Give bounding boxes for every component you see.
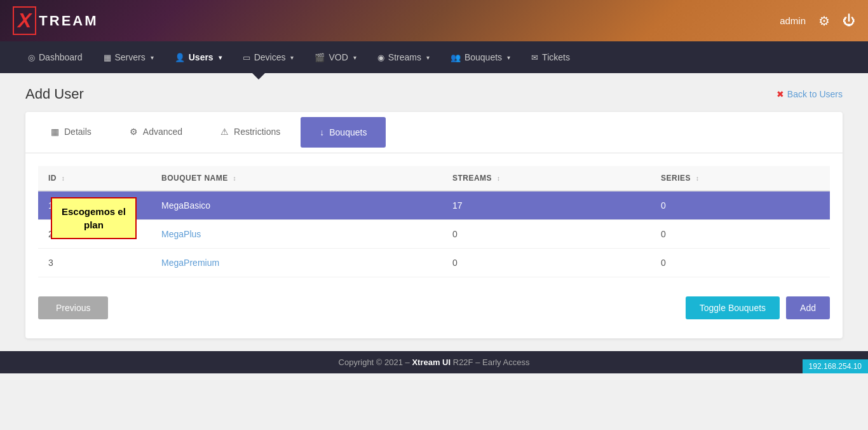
bouquet-name-link[interactable]: MegaPremium xyxy=(161,258,219,268)
sort-icon-name: ↕ xyxy=(233,175,237,182)
back-label: Back to Users xyxy=(787,89,843,99)
power-icon[interactable]: ⏻ xyxy=(843,13,855,28)
tab-details-label: Details xyxy=(64,127,92,137)
tab-bouquets-label: Bouquets xyxy=(329,127,367,137)
cell-name: MegaBasico xyxy=(151,191,442,220)
restrictions-icon: ⚠ xyxy=(220,127,229,137)
nav-item-streams[interactable]: ◉ Streams ▾ xyxy=(369,47,438,67)
close-icon: ✖ xyxy=(776,89,784,99)
footer-version: R22F – Early Access xyxy=(453,357,530,367)
nav-label-tickets: Tickets xyxy=(542,52,570,62)
table-header-row: ID ↕ BOUQUET NAME ↕ STREAMS ↕ SERIES ↕ xyxy=(38,166,830,191)
users-dropdown-arrow xyxy=(252,73,265,80)
right-action-buttons: Toggle Bouquets Add xyxy=(686,296,830,319)
tab-restrictions[interactable]: ⚠ Restrictions xyxy=(201,112,299,153)
bouquets-table: ID ↕ BOUQUET NAME ↕ STREAMS ↕ SERIES ↕ xyxy=(38,166,830,277)
sort-icon-streams: ↕ xyxy=(497,175,501,182)
admin-label: admin xyxy=(780,15,806,26)
tickets-icon: ✉ xyxy=(531,53,538,62)
nav-item-devices[interactable]: ▭ Devices ▾ xyxy=(234,47,303,67)
cell-streams: 0 xyxy=(442,220,651,249)
header: X TREAM admin ⚙ ⏻ xyxy=(0,0,868,41)
advanced-icon: ⚙ xyxy=(130,127,138,137)
nav-label-dashboard: Dashboard xyxy=(39,52,83,62)
cell-series: 0 xyxy=(651,249,830,277)
streams-icon: ◉ xyxy=(377,53,384,62)
bottom-actions: Previous Toggle Bouquets Add xyxy=(25,284,843,319)
back-to-users-link[interactable]: ✖ Back to Users xyxy=(776,89,843,99)
table-row[interactable]: 2MegaPlus00 xyxy=(38,220,830,249)
logo: X TREAM xyxy=(13,6,98,35)
annotation-text: Escogemos elplan xyxy=(62,206,126,230)
nav-label-streams: Streams xyxy=(388,52,421,62)
bouquet-name-link[interactable]: MegaBasico xyxy=(161,200,210,211)
nav-label-bouquets: Bouquets xyxy=(465,52,502,62)
nav-label-vod: VOD xyxy=(329,52,348,62)
tab-advanced[interactable]: ⚙ Advanced xyxy=(111,112,201,153)
col-header-name[interactable]: BOUQUET NAME ↕ xyxy=(151,166,442,191)
details-icon: ▦ xyxy=(51,127,59,137)
nav-item-users[interactable]: 👤 Users ▾ xyxy=(166,47,231,67)
nav-item-tickets[interactable]: ✉ Tickets xyxy=(522,47,579,67)
bouquets-table-container: ID ↕ BOUQUET NAME ↕ STREAMS ↕ SERIES ↕ xyxy=(25,153,843,284)
previous-button[interactable]: Previous xyxy=(38,296,108,319)
page-header: Add User ✖ Back to Users xyxy=(25,86,843,102)
table-row[interactable]: 1MegaBasico170 xyxy=(38,191,830,220)
chevron-down-icon-devices: ▾ xyxy=(290,54,294,61)
bouquets-icon: 👥 xyxy=(451,53,461,62)
ip-badge: 192.168.254.10 xyxy=(803,359,868,373)
bouquet-name-link[interactable]: MegaPlus xyxy=(161,229,201,239)
chevron-down-icon: ▾ xyxy=(151,54,154,61)
cell-streams: 0 xyxy=(442,249,651,277)
cell-name: MegaPremium xyxy=(151,249,442,277)
tab-bouquets[interactable]: ↓ Bouquets xyxy=(301,117,386,148)
devices-icon: ▭ xyxy=(243,53,250,62)
chevron-down-icon-streams: ▾ xyxy=(426,54,430,61)
main-card: ▦ Details ⚙ Advanced ⚠ Restrictions ↓ Bo… xyxy=(25,112,843,338)
col-header-streams[interactable]: STREAMS ↕ xyxy=(442,166,651,191)
sort-icon-series: ↕ xyxy=(696,175,700,182)
nav-label-servers: Servers xyxy=(115,52,146,62)
gear-icon[interactable]: ⚙ xyxy=(818,13,830,29)
cell-series: 0 xyxy=(651,191,830,220)
logo-text: TREAM xyxy=(39,13,98,29)
tab-details[interactable]: ▦ Details xyxy=(32,112,111,153)
nav-item-dashboard[interactable]: ◎ Dashboard xyxy=(19,47,92,67)
tab-restrictions-label: Restrictions xyxy=(234,127,280,137)
table-body: 1MegaBasico1702MegaPlus003MegaPremium00 xyxy=(38,191,830,277)
col-header-series[interactable]: SERIES ↕ xyxy=(651,166,830,191)
chevron-down-icon-users: ▾ xyxy=(219,54,222,61)
cell-series: 0 xyxy=(651,220,830,249)
tab-advanced-label: Advanced xyxy=(143,127,182,137)
vod-icon: 🎬 xyxy=(315,53,325,62)
servers-icon: ▦ xyxy=(104,53,111,62)
cell-id: 3 xyxy=(38,249,151,277)
add-button[interactable]: Add xyxy=(786,296,830,319)
footer: Copyright © 2021 – Xtream UI R22F – Earl… xyxy=(0,351,868,373)
page-title: Add User xyxy=(25,86,84,102)
chevron-down-icon-bouquets: ▾ xyxy=(507,54,510,61)
nav-label-users: Users xyxy=(189,52,214,62)
nav-item-bouquets[interactable]: 👥 Bouquets ▾ xyxy=(442,47,519,67)
main-nav: ◎ Dashboard ▦ Servers ▾ 👤 Users ▾ ▭ Devi… xyxy=(0,41,868,73)
footer-text: Copyright © 2021 – Xtream UI R22F – Earl… xyxy=(339,357,530,367)
footer-brand: Xtream UI xyxy=(412,357,451,367)
users-icon: 👤 xyxy=(175,53,185,62)
nav-item-servers[interactable]: ▦ Servers ▾ xyxy=(95,47,163,67)
footer-copyright: Copyright © 2021 – xyxy=(339,357,412,367)
nav-item-vod[interactable]: 🎬 VOD ▾ xyxy=(306,47,365,67)
table-row[interactable]: 3MegaPremium00 xyxy=(38,249,830,277)
sort-icon-id: ↕ xyxy=(62,175,65,182)
annotation-box: Escogemos elplan xyxy=(51,197,137,239)
cell-name: MegaPlus xyxy=(151,220,442,249)
chevron-down-icon-vod: ▾ xyxy=(353,54,356,61)
logo-x: X xyxy=(13,6,36,35)
col-header-id[interactable]: ID ↕ xyxy=(38,166,151,191)
toggle-bouquets-button[interactable]: Toggle Bouquets xyxy=(686,296,780,319)
tab-bar: ▦ Details ⚙ Advanced ⚠ Restrictions ↓ Bo… xyxy=(25,112,843,153)
nav-label-devices: Devices xyxy=(254,52,286,62)
dashboard-icon: ◎ xyxy=(28,53,35,62)
bouquets-tab-icon: ↓ xyxy=(320,127,324,137)
cell-streams: 17 xyxy=(442,191,651,220)
header-right: admin ⚙ ⏻ xyxy=(780,13,855,29)
